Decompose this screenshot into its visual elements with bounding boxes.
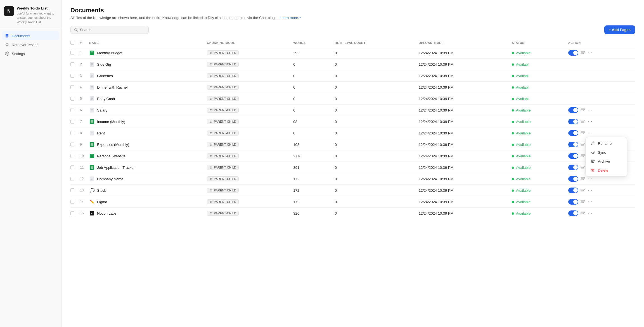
search-box[interactable] <box>70 26 149 34</box>
row-name[interactable]: ✏️ Figma <box>86 196 204 208</box>
parent-child-icon <box>209 74 213 77</box>
more-btn[interactable] <box>587 107 593 113</box>
row-chunking: PARENT-CHILD <box>204 196 290 208</box>
row-num: 3 <box>77 70 86 82</box>
row-name[interactable]: Company Name <box>86 173 204 185</box>
segment-btn[interactable] <box>580 130 586 136</box>
row-name[interactable]: Job Application Tracker <box>86 162 204 173</box>
th-upload: UPLOAD TIME ↓ <box>416 39 509 47</box>
enable-toggle[interactable] <box>568 153 578 159</box>
segment-btn[interactable] <box>580 165 586 170</box>
enable-toggle[interactable] <box>568 50 578 56</box>
enable-toggle[interactable] <box>568 210 578 216</box>
row-name[interactable]: 💬 Slack <box>86 185 204 196</box>
row-checkbox[interactable] <box>70 93 77 105</box>
segment-btn[interactable] <box>580 107 586 113</box>
svg-point-48 <box>588 121 589 122</box>
more-btn[interactable] <box>587 199 593 205</box>
svg-point-20 <box>210 75 211 76</box>
row-name[interactable]: Bday Cash <box>86 93 204 105</box>
row-name[interactable]: Side Gig <box>86 59 204 70</box>
svg-point-22 <box>211 76 212 77</box>
row-checkbox[interactable] <box>70 59 77 70</box>
segment-btn[interactable] <box>580 188 586 193</box>
row-name[interactable]: Dinner with Rachel <box>86 82 204 93</box>
status-badge: Available <box>516 51 531 55</box>
more-btn[interactable] <box>587 130 593 136</box>
context-menu-archive[interactable]: Archive <box>587 157 625 166</box>
enable-toggle[interactable] <box>568 119 578 124</box>
row-checkbox[interactable] <box>70 70 77 82</box>
segment-btn[interactable] <box>580 176 586 182</box>
row-actions <box>565 208 635 219</box>
row-checkbox[interactable] <box>70 196 77 208</box>
row-checkbox[interactable] <box>70 105 77 116</box>
row-checkbox[interactable] <box>70 208 77 219</box>
svg-point-50 <box>591 121 592 122</box>
context-menu-delete[interactable]: Delete <box>587 166 625 175</box>
doc-icon <box>89 96 95 101</box>
context-menu-rename[interactable]: Rename <box>587 139 625 148</box>
row-checkbox[interactable] <box>70 139 77 150</box>
segment-btn[interactable] <box>580 199 586 205</box>
segment-btn[interactable] <box>580 119 586 124</box>
enable-toggle[interactable] <box>568 107 578 113</box>
more-btn[interactable] <box>587 188 593 193</box>
status-badge: Available <box>516 143 531 147</box>
more-btn[interactable] <box>587 210 593 216</box>
row-name[interactable]: Personal Website <box>86 150 204 162</box>
row-checkbox[interactable] <box>70 116 77 127</box>
enable-toggle[interactable] <box>568 199 578 205</box>
row-chunking: PARENT-CHILD <box>204 173 290 185</box>
row-checkbox[interactable] <box>70 127 77 139</box>
archive-icon <box>591 159 595 164</box>
svg-point-32 <box>210 109 211 110</box>
enable-toggle[interactable] <box>568 130 578 136</box>
sidebar-item-settings[interactable]: Settings <box>2 49 59 58</box>
row-name[interactable]: Salary <box>86 105 204 116</box>
row-checkbox[interactable] <box>70 47 77 59</box>
row-checkbox[interactable] <box>70 82 77 93</box>
row-name[interactable]: Monthly Budget <box>86 47 204 59</box>
sidebar-item-retrieval[interactable]: Retrieval Testing <box>2 40 59 49</box>
segment-btn[interactable] <box>580 50 586 56</box>
row-name[interactable]: Groceries <box>86 70 204 82</box>
sidebar-item-documents[interactable]: Documents <box>2 31 59 40</box>
segment-btn[interactable] <box>580 142 586 147</box>
enable-toggle[interactable] <box>568 176 578 182</box>
row-actions <box>565 196 635 208</box>
row-num: 9 <box>77 139 86 150</box>
row-checkbox[interactable] <box>70 185 77 196</box>
sidebar-nav: Documents Retrieval Testing Settings <box>0 31 61 58</box>
segment-btn[interactable] <box>580 210 586 216</box>
row-checkbox[interactable] <box>70 162 77 173</box>
parent-child-icon <box>209 86 213 89</box>
more-btn[interactable] <box>587 50 593 56</box>
svg-point-6 <box>210 52 211 53</box>
row-name[interactable]: Income (Monthly) <box>86 116 204 127</box>
row-name[interactable]: Expenses (Monthly) <box>86 139 204 150</box>
enable-toggle[interactable] <box>568 188 578 193</box>
svg-point-93 <box>212 178 212 179</box>
row-status: Availabl <box>509 59 565 70</box>
enable-toggle[interactable] <box>568 165 578 170</box>
row-num: 5 <box>77 93 86 105</box>
select-all-checkbox[interactable] <box>70 41 74 45</box>
segment-btn[interactable] <box>580 153 586 159</box>
row-name[interactable]: N Notion Labs <box>86 208 204 219</box>
search-input[interactable] <box>80 28 145 32</box>
row-checkbox[interactable] <box>70 150 77 162</box>
enable-toggle[interactable] <box>568 142 578 147</box>
add-pages-button[interactable]: + Add Pages <box>604 25 635 34</box>
context-menu-sync[interactable]: Sync <box>587 148 625 157</box>
more-btn[interactable] <box>587 119 593 124</box>
row-upload-time: 12/24/2024 10:39 PM <box>416 116 509 127</box>
svg-point-73 <box>212 155 212 156</box>
table-row: 9 Expenses (Monthly) PARENT-CHILD 108 0 … <box>70 139 635 150</box>
learn-more-link[interactable]: Learn more↗ <box>280 16 301 20</box>
row-name[interactable]: Rent <box>86 127 204 139</box>
page-title: Documents <box>70 7 635 14</box>
more-btn[interactable] <box>587 176 593 182</box>
row-status: Available <box>509 47 565 59</box>
row-checkbox[interactable] <box>70 173 77 185</box>
